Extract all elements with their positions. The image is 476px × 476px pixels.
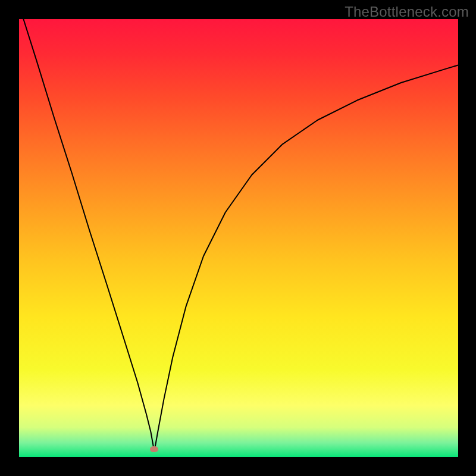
curve-line — [19, 19, 458, 457]
plot-area — [19, 19, 458, 457]
chart-stage: TheBottleneck.com — [0, 0, 476, 476]
watermark-text: TheBottleneck.com — [345, 4, 469, 20]
minimum-marker — [150, 446, 158, 452]
